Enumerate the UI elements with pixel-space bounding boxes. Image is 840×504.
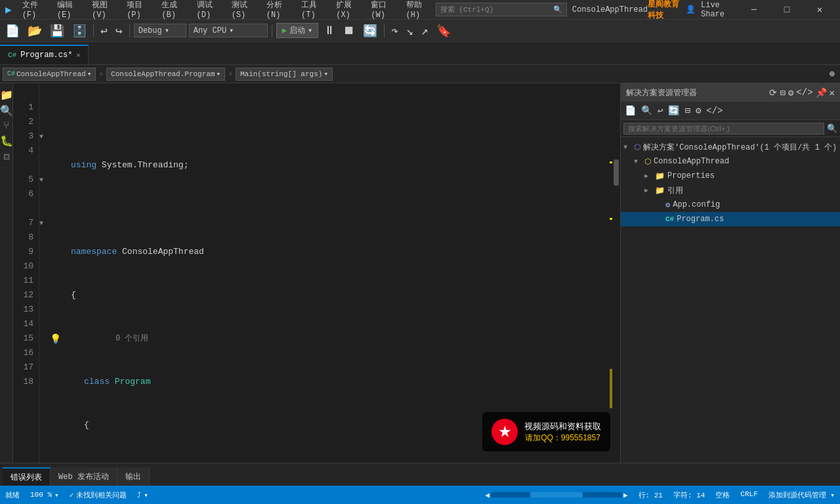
maximize-button[interactable]: □ <box>772 0 802 20</box>
member-dropdown[interactable]: Main(string[] args) ▾ <box>236 68 333 81</box>
minimize-button[interactable]: ─ <box>739 0 769 20</box>
live-share-label[interactable]: Live Share <box>701 1 734 19</box>
tree-project[interactable]: ▼ ⬡ ConsoleAppThread <box>621 154 840 169</box>
act-explorer[interactable]: 📁 <box>0 89 13 102</box>
scrollbar-thumb[interactable] <box>614 159 619 186</box>
namespace-dropdown[interactable]: C# ConsoleAppThread ▾ <box>3 68 96 81</box>
sol-tb-btn6[interactable]: ⚙ <box>694 104 702 117</box>
search-placeholder: 搜索 (Ctrl+Q) <box>440 5 494 14</box>
code-line-3: namespace ConsoleAppThread <box>71 245 620 259</box>
sol-search[interactable]: 🔍 <box>621 120 840 137</box>
menu-debug[interactable]: 调试(D) <box>192 0 226 21</box>
menu-window[interactable]: 窗口(W) <box>366 0 400 21</box>
act-extensions2[interactable]: ⧈ <box>3 150 10 163</box>
sol-close-btn[interactable]: ✕ <box>830 87 835 98</box>
sol-props-btn[interactable]: ⚙ <box>788 87 793 98</box>
brand-text: 星阎教育科技 <box>648 0 681 21</box>
code-content[interactable]: using System.Threading; namespace Consol… <box>63 83 620 463</box>
add-manager[interactable]: 添加到源代码管理 ▾ <box>768 490 835 500</box>
code-editor[interactable]: 1 2 3 4 · 5 6 · 7 8 9 10 11 12 13 14 15 … <box>13 83 620 463</box>
sol-tb-btn2[interactable]: 🔍 <box>640 104 654 117</box>
hscroll-right[interactable]: ▶ <box>623 491 628 499</box>
bottom-tab-errors[interactable]: 错误列表 <box>3 467 51 486</box>
hscroll-track[interactable] <box>491 492 622 497</box>
tree-programcs[interactable]: ▶ C# Program.cs <box>621 212 840 226</box>
undo-btn[interactable]: ↩ <box>98 22 110 39</box>
redo-btn[interactable]: ↪ <box>113 22 125 39</box>
menu-project[interactable]: 项目(P) <box>121 0 156 21</box>
restart-btn[interactable]: 🔄 <box>360 22 380 39</box>
app-icon: ▶ <box>5 3 12 16</box>
sol-search-input[interactable] <box>623 123 824 135</box>
bookmark-btn[interactable]: 🔖 <box>434 22 453 39</box>
step-out-btn[interactable]: ↗ <box>419 22 431 39</box>
new-btn[interactable]: 📄 <box>3 22 22 39</box>
sep3 <box>272 24 272 37</box>
menu-analyze[interactable]: 分析(N) <box>261 0 296 21</box>
tree-references[interactable]: ▶ 📁 引用 <box>621 183 840 198</box>
sol-tb-btn3[interactable]: ↩ <box>656 104 664 117</box>
save-all-btn[interactable]: 🗄️ <box>70 22 89 39</box>
fold-namespace[interactable]: ▼ <box>39 133 43 140</box>
sol-sync-btn[interactable]: ⟳ <box>769 87 777 98</box>
add-line-btn[interactable]: ⊕ <box>827 67 837 81</box>
class-arrow: ▾ <box>217 70 221 78</box>
menu-file[interactable]: 文件(F) <box>17 0 52 21</box>
hscroll-thumb[interactable] <box>530 492 583 497</box>
class-dropdown[interactable]: ConsoleAppThread.Program ▾ <box>106 68 225 81</box>
step-into-btn[interactable]: ↘ <box>404 22 416 39</box>
stop-btn[interactable]: ⏹ <box>341 22 358 39</box>
sol-collapse-btn[interactable]: ⊟ <box>780 87 785 98</box>
lightbulb-icon[interactable]: 💡 <box>50 333 61 345</box>
tree-appconfig[interactable]: ▶ ⚙ App.config <box>621 198 840 212</box>
menu-extensions[interactable]: 扩展(X) <box>331 0 366 21</box>
sol-tb-btn7[interactable]: </> <box>705 104 724 117</box>
fold-method[interactable]: ▼ <box>39 220 43 227</box>
status-nav-arrow[interactable]: ⤴ ▾ <box>137 491 148 499</box>
menu-help[interactable]: 帮助(H) <box>401 0 436 21</box>
bottom-tab-web-publish[interactable]: Web 发布活动 <box>51 467 117 486</box>
tab-program-cs[interactable]: C# Program.cs* ✕ <box>0 45 89 64</box>
lightbulb-column: 💡 <box>50 83 63 463</box>
code-line-4: { <box>71 288 620 303</box>
start-button[interactable]: ▶ 启动 ▾ <box>276 23 318 38</box>
act-debug2[interactable]: 🐛 <box>0 135 13 148</box>
hscroll-left[interactable]: ◀ <box>485 491 490 499</box>
sol-tb-btn1[interactable]: 📄 <box>623 104 637 117</box>
menu-edit[interactable]: 编辑(E) <box>52 0 87 21</box>
solution-arrow: ▼ <box>623 144 631 151</box>
hscroll-bar[interactable]: ◀ ▶ <box>485 490 627 500</box>
errors-label: 错误列表 <box>10 472 42 483</box>
menu-bar: ▶ 文件(F) 编辑(E) 视图(V) 项目(P) 生成(B) 调试(D) 测试… <box>5 0 436 21</box>
menu-tools[interactable]: 工具(T) <box>296 0 331 21</box>
sol-tb-btn5[interactable]: ⊟ <box>683 104 691 117</box>
debug-dropdown[interactable]: Debug ▾ <box>134 24 186 37</box>
step-over-btn[interactable]: ↷ <box>388 22 401 39</box>
global-search-box[interactable]: 搜索 (Ctrl+Q) 🔍 <box>436 3 567 16</box>
open-btn[interactable]: 📂 <box>25 22 45 39</box>
save-btn[interactable]: 💾 <box>47 22 67 39</box>
pause-btn[interactable]: ⏸ <box>321 22 338 39</box>
bottom-tab-output[interactable]: 输出 <box>117 467 150 486</box>
tab-close-icon[interactable]: ✕ <box>76 51 80 59</box>
act-git[interactable]: ⑂ <box>3 120 10 132</box>
status-bar: 就绪 100 % ▾ ✓ 未找到相关问题 ⤴ ▾ ◀ ▶ 行: 21 字符: 1… <box>0 486 840 504</box>
properties-icon: 📁 <box>655 171 665 181</box>
close-button[interactable]: ✕ <box>805 0 835 20</box>
sol-pin-btn[interactable]: 📌 <box>816 87 827 98</box>
sol-code-btn[interactable]: </> <box>796 87 812 98</box>
start-icon: ▶ <box>282 26 287 35</box>
vertical-scrollbar[interactable] <box>612 83 620 463</box>
fold-class[interactable]: ▼ <box>39 177 43 184</box>
cpu-dropdown[interactable]: Any CPU ▾ <box>189 24 268 37</box>
status-zoom[interactable]: 100 % ▾ <box>30 491 59 499</box>
menu-test[interactable]: 测试(S) <box>226 0 261 21</box>
title-bar: ▶ 文件(F) 编辑(E) 视图(V) 项目(P) 生成(B) 调试(D) 测试… <box>0 0 840 20</box>
sol-tb-btn4[interactable]: 🔄 <box>667 104 681 117</box>
tree-properties[interactable]: ▶ 📁 Properties <box>621 169 840 183</box>
act-search[interactable]: 🔍 <box>0 104 13 117</box>
tree-solution[interactable]: ▼ ⬡ 解决方案'ConsoleAppThread'(1 个项目/共 1 个) <box>621 140 840 154</box>
menu-build[interactable]: 生成(B) <box>156 0 191 21</box>
live-share-icon[interactable]: 👤 <box>686 5 696 14</box>
menu-view[interactable]: 视图(V) <box>87 0 121 21</box>
